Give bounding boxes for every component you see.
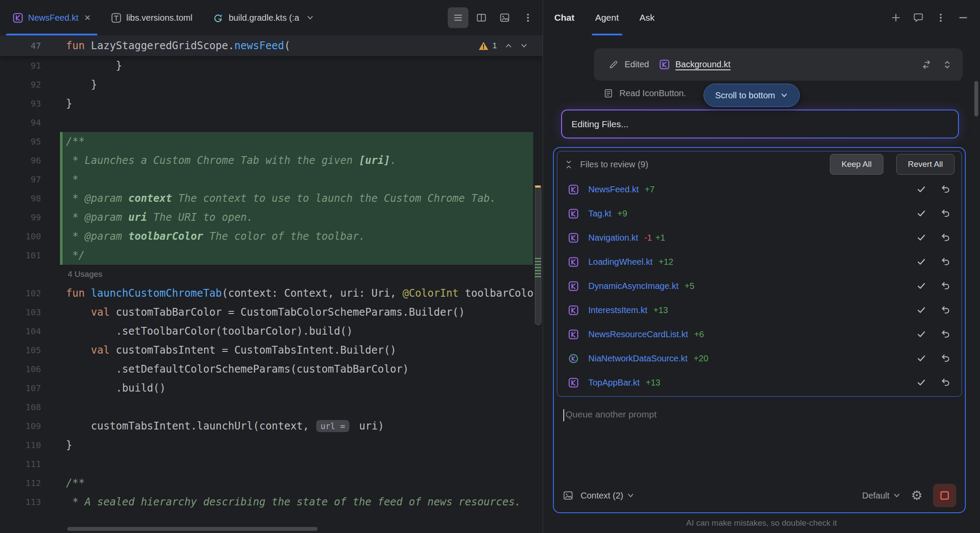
line-number[interactable]: 108 [0, 398, 41, 417]
line-number[interactable]: 47 [0, 35, 41, 56]
stop-button[interactable] [933, 484, 956, 507]
tab-libs-versions[interactable]: libs.versions.toml [101, 0, 203, 35]
scroll-to-bottom-button[interactable]: Scroll to bottom [704, 84, 800, 107]
edited-file-card[interactable]: Edited Background.kt [594, 48, 963, 81]
collapse-icon[interactable] [564, 160, 573, 169]
review-file-row[interactable]: Navigation.kt-1+1 [557, 226, 961, 250]
line-number[interactable]: 96 [0, 151, 41, 170]
file-link[interactable]: InterestsItem.kt [588, 305, 647, 315]
code-line[interactable]: 91 } [0, 56, 533, 75]
line-number[interactable]: 104 [0, 322, 41, 341]
revert-file-button[interactable] [936, 377, 955, 388]
keep-file-button[interactable] [912, 281, 930, 291]
keep-file-button[interactable] [912, 377, 930, 388]
revert-file-button[interactable] [936, 208, 955, 219]
expand-collapse-icon[interactable] [942, 60, 952, 70]
context-selector[interactable]: Context (2) [581, 491, 634, 501]
edited-file-link[interactable]: Background.kt [675, 60, 731, 69]
review-file-row[interactable]: InterestsItem.kt+13 [557, 298, 961, 322]
preview-image-icon[interactable] [494, 7, 515, 28]
split-editor-icon[interactable] [471, 7, 492, 28]
line-number[interactable]: 109 [0, 417, 41, 436]
code-line[interactable]: 92 } [0, 75, 533, 94]
file-link[interactable]: Navigation.kt [588, 233, 638, 243]
line-number[interactable]: 112 [0, 473, 41, 492]
line-number[interactable]: 105 [0, 341, 41, 360]
review-file-row[interactable]: LoadingWheel.kt+12 [557, 250, 961, 274]
line-number[interactable]: 94 [0, 113, 41, 132]
code-line[interactable]: 110} [0, 436, 533, 455]
line-number[interactable]: 93 [0, 94, 41, 113]
review-file-row[interactable]: TopAppBar.kt+13 [557, 370, 961, 395]
file-link[interactable]: NiaNetworkDataSource.kt [588, 354, 688, 364]
review-file-row[interactable]: NewsFeed.kt+7 [557, 177, 961, 201]
more-options-icon[interactable] [935, 12, 946, 23]
code-line[interactable]: 98 * @param context The context to use t… [0, 189, 533, 208]
list-view-icon[interactable] [448, 7, 468, 28]
review-file-row[interactable]: NiaNetworkDataSource.kt+20 [557, 346, 961, 370]
keep-file-button[interactable] [912, 305, 930, 315]
file-link[interactable]: LoadingWheel.kt [588, 257, 653, 267]
attach-image-icon[interactable] [562, 490, 574, 501]
line-number[interactable]: 100 [0, 227, 41, 246]
hide-panel-icon[interactable] [958, 12, 969, 23]
show-diff-icon[interactable] [921, 60, 932, 70]
sticky-code-line[interactable]: 47 fun LazyStaggeredGridScope.newsFeed( … [0, 35, 543, 56]
keep-file-button[interactable] [912, 329, 930, 339]
file-link[interactable]: NewsResourceCardList.kt [588, 329, 688, 339]
code-line[interactable]: 94 [0, 113, 533, 132]
line-number[interactable]: 92 [0, 75, 41, 94]
line-number[interactable]: 106 [0, 360, 41, 379]
code-line[interactable]: 95/** [0, 132, 533, 151]
revert-file-button[interactable] [936, 184, 955, 194]
tab-newsfeed[interactable]: NewsFeed.kt × [3, 0, 101, 35]
code-line[interactable]: 93} [0, 94, 533, 113]
keep-file-button[interactable] [912, 208, 930, 219]
revert-file-button[interactable] [936, 305, 955, 315]
line-number[interactable]: 107 [0, 379, 41, 398]
prompt-input[interactable]: Queue another prompt [554, 400, 965, 479]
tab-ask[interactable]: Ask [629, 0, 665, 35]
line-number[interactable]: 98 [0, 189, 41, 208]
line-number[interactable]: 97 [0, 170, 41, 189]
new-chat-icon[interactable] [890, 12, 901, 23]
code-line[interactable]: 105 val customTabsIntent = CustomTabsInt… [0, 341, 533, 360]
next-problem-icon[interactable] [520, 42, 528, 50]
code-line[interactable]: 104 .setToolbarColor(toolbarColor).build… [0, 322, 533, 341]
code-line[interactable]: 103 val customTabBarColor = CustomTabCol… [0, 303, 533, 322]
line-number[interactable]: 101 [0, 246, 41, 265]
line-number[interactable]: 103 [0, 303, 41, 322]
prev-problem-icon[interactable] [505, 42, 512, 50]
keep-file-button[interactable] [912, 257, 930, 267]
code-line[interactable]: 113 * A sealed hierarchy describing the … [0, 492, 533, 511]
tab-chat[interactable]: Chat [554, 0, 585, 35]
code-line[interactable]: 100 * @param toolbarColor The color of t… [0, 227, 533, 246]
keep-file-button[interactable] [912, 353, 930, 364]
code-line[interactable]: 107 .build() [0, 379, 533, 398]
more-options-icon[interactable] [518, 7, 538, 28]
model-selector[interactable]: Default [862, 491, 901, 501]
tab-agent[interactable]: Agent [585, 0, 629, 35]
code-line[interactable]: 96 * Launches a Custom Chrome Tab with t… [0, 151, 533, 170]
code-line[interactable]: 106 .setDefaultColorSchemeParams(customT… [0, 360, 533, 379]
keep-file-button[interactable] [912, 232, 930, 243]
code-line[interactable]: 101 */ [0, 246, 533, 265]
code-line[interactable]: 109 customTabsIntent.launchUrl(context, … [0, 417, 533, 436]
review-file-row[interactable]: NewsResourceCardList.kt+6 [557, 322, 961, 346]
keep-all-button[interactable]: Keep All [830, 154, 883, 175]
code-line[interactable]: 108 [0, 398, 533, 417]
file-link[interactable]: DynamicAsyncImage.kt [588, 281, 678, 291]
vertical-scrollbar[interactable] [535, 186, 541, 325]
horizontal-scrollbar[interactable] [67, 527, 317, 531]
warning-icon[interactable] [478, 41, 489, 50]
revert-file-button[interactable] [936, 329, 955, 339]
revert-file-button[interactable] [936, 232, 955, 243]
keep-file-button[interactable] [912, 184, 930, 194]
chevron-down-icon[interactable] [306, 14, 314, 22]
revert-file-button[interactable] [936, 353, 955, 364]
review-file-row[interactable]: Tag.kt+9 [557, 201, 961, 226]
code-line[interactable]: 97 * [0, 170, 533, 189]
line-number[interactable]: 110 [0, 436, 41, 455]
line-number[interactable]: 95 [0, 132, 41, 151]
chat-scrollbar[interactable] [974, 81, 978, 116]
